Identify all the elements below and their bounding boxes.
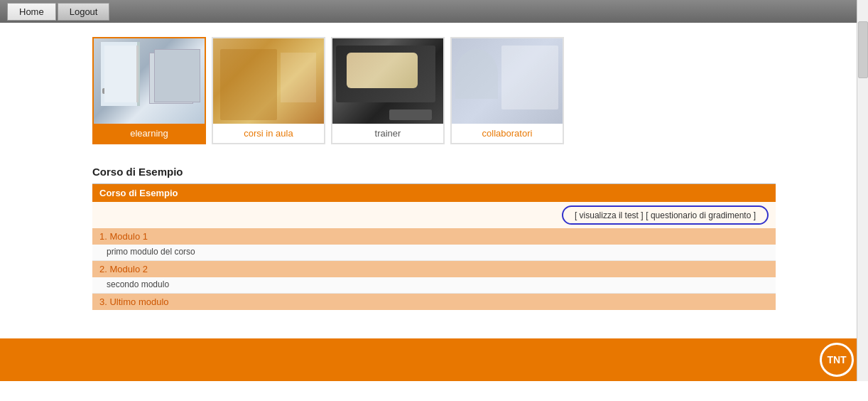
tile-trainer-image <box>332 38 445 124</box>
course-header-cell: Corso di Esempio <box>92 184 776 202</box>
tile-corsi[interactable]: corsi in aula <box>212 37 325 144</box>
module-1-desc-row: primo modulo del corso <box>92 245 776 261</box>
module-2-link[interactable]: 2. Modulo 2 <box>99 264 148 274</box>
course-table: Corso di Esempio [ visualizza il test ] … <box>92 184 776 310</box>
scrollbar-thumb[interactable] <box>858 21 868 78</box>
module-3-header-cell: 3. Ultimo modulo <box>92 294 776 311</box>
module-3-link[interactable]: 3. Ultimo modulo <box>99 296 169 307</box>
tile-elearning-label: elearning <box>94 124 205 143</box>
module-1-link[interactable]: 1. Modulo 1 <box>99 231 148 242</box>
home-button[interactable]: Home <box>7 3 56 21</box>
tile-elearning-image <box>94 38 206 124</box>
module-1-header-cell: 1. Modulo 1 <box>92 228 776 245</box>
tile-trainer[interactable]: trainer <box>331 37 445 144</box>
module-2-header-row: 2. Modulo 2 <box>92 261 776 278</box>
module-2-header-cell: 2. Modulo 2 <box>92 261 776 278</box>
tile-trainer-label: trainer <box>332 124 443 143</box>
module-2-desc-cell: secondo modulo <box>92 277 776 294</box>
tnt-logo-text: TNT <box>827 354 846 365</box>
course-header-row: Corso di Esempio <box>92 184 776 202</box>
tile-elearning[interactable]: elearning <box>92 37 206 144</box>
course-actions-row: [ visualizza il test ] [ questionario di… <box>92 202 776 228</box>
tile-collaboratori[interactable]: collaboratori <box>450 37 564 144</box>
tile-corsi-image <box>213 38 325 124</box>
module-1-desc-cell: primo modulo del corso <box>92 245 776 261</box>
scrollbar-track[interactable] <box>857 0 868 381</box>
course-section: Corso di Esempio Corso di Esempio [ visu… <box>92 166 776 310</box>
main-content: elearning corsi in aula trainer <box>0 23 868 331</box>
tile-collaboratori-label: collaboratori <box>452 124 563 143</box>
actions-oval: [ visualizza il test ] [ questionario di… <box>562 205 769 225</box>
tile-collaboratori-image <box>452 38 564 124</box>
module-1-header-row: 1. Modulo 1 <box>92 228 776 245</box>
visualizza-test-link[interactable]: [ visualizza il test ] <box>575 210 644 220</box>
module-3-header-row: 3. Ultimo modulo <box>92 294 776 311</box>
course-actions-cell: [ visualizza il test ] [ questionario di… <box>92 202 776 228</box>
module-2-desc-row: secondo modulo <box>92 277 776 294</box>
logout-button[interactable]: Logout <box>58 3 110 21</box>
category-tiles: elearning corsi in aula trainer <box>92 37 776 144</box>
tnt-logo: TNT <box>820 343 854 377</box>
navbar: Home Logout <box>0 0 868 23</box>
questionario-link[interactable]: [ questionario di gradimento ] <box>646 210 756 220</box>
course-section-title: Corso di Esempio <box>92 166 776 178</box>
footer: TNT <box>0 338 868 381</box>
tile-corsi-label: corsi in aula <box>213 124 324 143</box>
